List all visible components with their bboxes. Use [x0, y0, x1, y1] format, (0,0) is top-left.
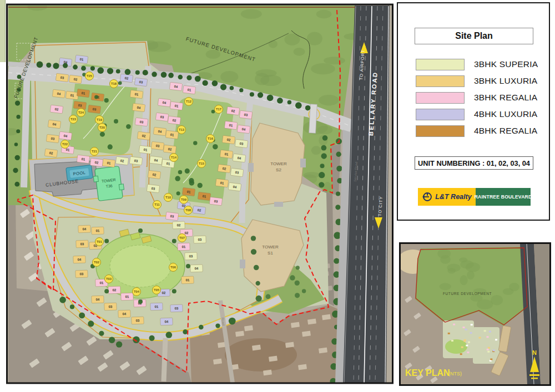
tree: [186, 75, 191, 80]
tree: [79, 312, 85, 318]
building-block: 02: [120, 74, 133, 83]
keyplan-mini-building: [487, 336, 489, 338]
grass-texture: [241, 9, 262, 18]
unit-label: 04: [195, 267, 199, 270]
tower-badge: T23: [69, 115, 78, 124]
building-block: 01: [224, 121, 237, 130]
legend-label: 3BHK REGALIA: [474, 93, 537, 103]
site-plan-title-text: Site Plan: [455, 31, 493, 41]
unit-numbering-text: UNIT NUMBERING : 01, 02, 03, 04: [418, 159, 530, 167]
tower-id: T04: [134, 290, 140, 293]
grass-texture: [324, 182, 331, 192]
building-block: 03: [194, 236, 206, 243]
tree: [118, 82, 122, 85]
building-block: 01: [75, 55, 88, 64]
tree: [172, 289, 176, 293]
tree: [107, 68, 113, 74]
unit-label: 03: [109, 305, 113, 308]
tree: [88, 320, 94, 327]
tower-id: T16: [208, 137, 214, 140]
tower-badge: T24: [77, 109, 85, 117]
tree: [15, 101, 20, 106]
building-block: 03: [129, 156, 142, 165]
building-block: 02: [108, 286, 120, 294]
tower-badge: T07: [178, 234, 186, 242]
south-connector: [164, 338, 165, 381]
tree: [14, 142, 18, 146]
tree: [116, 342, 122, 348]
building-block: 02: [193, 206, 205, 215]
building-block: 03: [165, 212, 178, 221]
tower-s2-label: TOWER: [270, 161, 287, 166]
tower-id: T12: [186, 100, 191, 103]
grass-texture: [220, 71, 238, 83]
building-block: 04: [190, 264, 203, 272]
tree: [295, 293, 300, 298]
tower-badge: T05: [153, 286, 161, 294]
grass-texture: [491, 295, 503, 305]
tower-id: T14: [171, 156, 177, 159]
tree: [195, 76, 201, 82]
tree: [172, 239, 176, 243]
tree: [212, 80, 218, 86]
keyplan-mini-building: [471, 324, 473, 325]
tree: [295, 102, 302, 109]
building-block: 01: [139, 145, 152, 154]
keyplan-mini-building: [488, 347, 490, 349]
grass-texture: [460, 275, 468, 285]
tree: [250, 92, 254, 96]
grass-texture: [324, 57, 345, 64]
tree: [126, 124, 131, 129]
tree: [97, 67, 104, 74]
building-block: 02: [115, 156, 128, 165]
building-block: 02: [218, 164, 230, 173]
tree: [213, 144, 218, 150]
legend-label: 4BHK REGALIA: [474, 126, 537, 136]
tree: [336, 166, 342, 171]
tree: [199, 325, 204, 330]
building-block: 04: [228, 182, 241, 191]
tower-id: T08: [185, 208, 191, 212]
unit-label: 02: [185, 231, 189, 235]
tree: [258, 92, 263, 98]
legend-row: 4BHK LUXURIA: [416, 108, 537, 120]
grass-texture: [460, 260, 473, 268]
tree: [193, 141, 197, 145]
north-arrow-bar: [531, 378, 538, 379]
lnt-logo-mark-icon: [422, 191, 433, 202]
building-block: 04: [233, 154, 245, 162]
tower-id: T21: [92, 150, 98, 153]
legend-panel: Site Plan 3BHK SUPERIA3BHK LUXURIA3BHK R…: [397, 2, 550, 221]
tower-badge: T08: [184, 206, 193, 215]
grass-texture: [256, 69, 277, 77]
tower-id: T15: [199, 162, 205, 165]
tree: [90, 66, 95, 70]
unit-label: 03: [189, 254, 194, 258]
tree: [239, 88, 243, 92]
unit-label: 02: [162, 291, 167, 294]
unit-label: 01: [182, 245, 186, 248]
tree: [73, 65, 78, 70]
building-block: 02: [168, 116, 180, 125]
tower-id: T03: [106, 277, 112, 281]
unit-label: 01: [186, 278, 190, 282]
building-block: 01: [182, 187, 195, 196]
building-block: 02: [137, 131, 150, 140]
tree: [63, 63, 68, 68]
tree: [334, 258, 339, 263]
building-block: 03: [209, 197, 222, 206]
legend-label: 3BHK SUPERIA: [474, 59, 538, 69]
tree: [198, 183, 203, 188]
unit-label: 01: [100, 281, 104, 284]
building-block: 03: [46, 134, 59, 143]
tower-badge: T18: [110, 80, 118, 88]
unit-label: 03: [80, 272, 84, 276]
tree: [178, 170, 183, 175]
tree: [176, 191, 180, 195]
building-block: 04: [237, 125, 250, 134]
building-block: 03: [151, 141, 164, 150]
grass-texture: [269, 40, 278, 48]
building-block: 03: [88, 105, 100, 114]
grass-texture: [319, 95, 339, 105]
tree: [336, 192, 340, 196]
